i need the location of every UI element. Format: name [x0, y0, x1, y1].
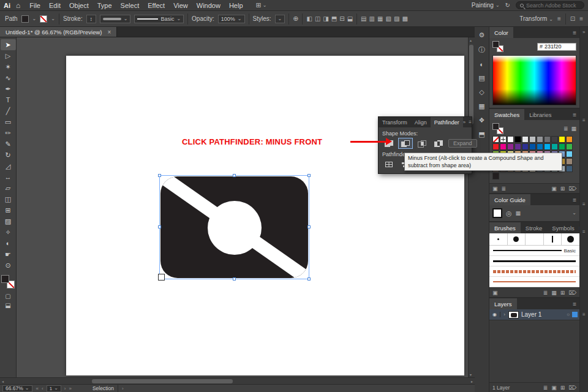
menu-item[interactable]: Help: [225, 2, 247, 9]
fullscreen-icon[interactable]: ⊡: [570, 15, 575, 22]
brush-item[interactable]: [544, 233, 562, 245]
symbols-icon[interactable]: ❖: [479, 116, 485, 124]
draw-mode-icon[interactable]: ▢: [5, 293, 10, 300]
first-artboard-icon[interactable]: «: [36, 386, 39, 391]
fill-stroke-control[interactable]: [1, 275, 15, 288]
swatch[interactable]: [507, 136, 514, 143]
panel-grip-icon[interactable]: ≡: [582, 202, 586, 207]
panel-grip-icon[interactable]: ≡: [582, 312, 586, 317]
hand-tool[interactable]: ☛: [1, 249, 16, 260]
remove-brush-stroke-icon[interactable]: ≣: [543, 290, 548, 296]
vertical-scroll-thumb[interactable]: [469, 45, 473, 124]
free-transform-tool[interactable]: ▱: [1, 183, 16, 194]
rounded-rectangle-shape[interactable]: [160, 176, 308, 278]
scroll-up-icon[interactable]: ▴: [470, 38, 472, 42]
graphic-styles-icon[interactable]: ▦: [478, 102, 484, 110]
tab-transform[interactable]: Transform: [379, 117, 411, 127]
document-setup-icon[interactable]: ⊕: [293, 15, 298, 23]
panel-menu-icon[interactable]: ≡: [573, 197, 579, 203]
new-layer-icon[interactable]: ⊞: [560, 385, 565, 391]
zoom-tool[interactable]: ⊙: [1, 260, 16, 271]
new-swatch-icon[interactable]: ⊞: [560, 186, 565, 192]
panel-grip-icon[interactable]: ≡: [582, 229, 586, 235]
swatch[interactable]: [537, 143, 543, 150]
expand-button[interactable]: Expand: [448, 139, 477, 148]
layer-row[interactable]: ◉ › Layer 1 ○: [489, 309, 579, 320]
panel-menu-icon[interactable]: ≡: [573, 111, 579, 118]
swatch[interactable]: [514, 136, 521, 143]
fill-color-swatch[interactable]: [492, 41, 499, 48]
fill-color-swatch[interactable]: [492, 123, 499, 130]
tab-layers[interactable]: Layers: [489, 298, 517, 309]
brush-definition-dropdown[interactable]: Basic⌄: [134, 15, 184, 23]
swatch[interactable]: [529, 136, 536, 143]
swatch[interactable]: [566, 151, 573, 157]
swatch[interactable]: [559, 143, 565, 150]
brush-item[interactable]: [489, 233, 508, 245]
tab-stroke[interactable]: Stroke: [521, 222, 547, 233]
selection-handle[interactable]: [158, 225, 161, 228]
swatch[interactable]: [514, 143, 521, 150]
delete-swatch-icon[interactable]: ⌦: [568, 186, 576, 192]
align-bottom-icon[interactable]: ⬓: [347, 15, 353, 22]
artboards-icon[interactable]: ▤: [478, 74, 484, 82]
swatch[interactable]: [522, 136, 529, 143]
visibility-eye-icon[interactable]: ◉: [489, 312, 500, 317]
tab-symbols[interactable]: Symbols: [547, 222, 579, 233]
tab-color[interactable]: Color: [489, 27, 513, 38]
align-right-icon[interactable]: ◨: [323, 15, 328, 22]
align-top-icon[interactable]: ⬒: [331, 15, 337, 22]
paintbrush-tool[interactable]: ✏: [1, 127, 16, 138]
exclude-button[interactable]: [432, 138, 445, 148]
fill-color-swatch[interactable]: [1, 275, 9, 283]
swatch[interactable]: [492, 173, 499, 179]
panel-menu-icon[interactable]: ≡: [469, 119, 472, 125]
swatch[interactable]: [492, 143, 499, 150]
locate-object-icon[interactable]: ≣: [543, 385, 548, 391]
color-wheel-icon[interactable]: ◎: [506, 209, 512, 217]
distribute-right-icon[interactable]: ▩: [402, 15, 407, 22]
brush-options-icon[interactable]: ▦: [551, 290, 557, 296]
swatch[interactable]: [551, 136, 558, 143]
document-tab[interactable]: Untitled-1* @ 66.67% (RGB/Preview) ×: [0, 27, 117, 37]
selection-handle[interactable]: [307, 225, 311, 228]
workspace-switcher[interactable]: Painting⌄: [472, 2, 500, 9]
swatch[interactable]: [529, 143, 536, 150]
vertical-scrollbar[interactable]: ▴ ▾: [468, 37, 475, 377]
selection-tool[interactable]: ➤: [1, 39, 16, 50]
swatch[interactable]: [522, 143, 529, 150]
transform-menu[interactable]: Transform ⌄: [519, 15, 553, 22]
target-circle-icon[interactable]: ○: [567, 312, 570, 317]
menu-item[interactable]: Select: [116, 2, 144, 9]
prev-artboard-icon[interactable]: ‹: [42, 386, 43, 391]
artboard-number-dropdown[interactable]: 1⌄: [47, 385, 61, 392]
grid-view-icon[interactable]: ▦: [571, 126, 576, 132]
brush-item[interactable]: Basic: [489, 246, 579, 256]
align-center-icon[interactable]: ◫: [315, 15, 320, 22]
swatch[interactable]: [500, 143, 507, 150]
swatch[interactable]: [544, 136, 551, 143]
fill-stroke-indicator[interactable]: [492, 123, 505, 134]
brush-item[interactable]: [562, 233, 579, 245]
status-expand-icon[interactable]: ›: [122, 386, 124, 391]
mesh-tool[interactable]: ⊞: [1, 205, 16, 216]
swatch[interactable]: [551, 143, 558, 150]
new-brush-icon[interactable]: ⊞: [560, 290, 565, 296]
stroke-weight-stepper[interactable]: ↕: [86, 15, 96, 23]
selection-handle[interactable]: [233, 174, 236, 177]
home-icon[interactable]: ⌂: [16, 1, 20, 10]
scroll-left-icon[interactable]: ◂: [2, 379, 4, 383]
horizontal-scrollbar[interactable]: ◂ ▸: [0, 377, 475, 384]
harmony-grid-icon[interactable]: ▦: [516, 210, 521, 216]
lasso-tool[interactable]: ∿: [1, 72, 16, 83]
horizontal-scroll-thumb[interactable]: [92, 379, 233, 383]
width-tool[interactable]: ↔: [1, 172, 16, 183]
swatch-libraries-icon[interactable]: ▣: [492, 186, 498, 192]
color-spectrum[interactable]: [492, 55, 576, 105]
brush-item[interactable]: [489, 277, 579, 287]
canvas[interactable]: ▴ ▾: [17, 37, 475, 377]
swatch[interactable]: [566, 136, 573, 143]
next-artboard-icon[interactable]: ›: [64, 386, 66, 391]
swatch-registration[interactable]: [500, 136, 507, 143]
selected-shape[interactable]: [159, 175, 309, 279]
